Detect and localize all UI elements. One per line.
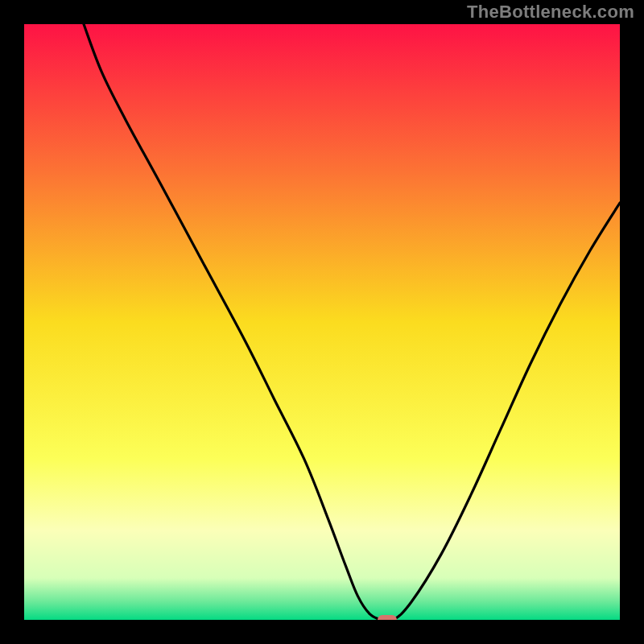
bottleneck-curve — [24, 24, 620, 620]
chart-frame: TheBottleneck.com — [0, 0, 644, 644]
watermark-text: TheBottleneck.com — [467, 2, 634, 23]
optimal-marker — [378, 615, 397, 620]
plot-area — [24, 24, 620, 620]
